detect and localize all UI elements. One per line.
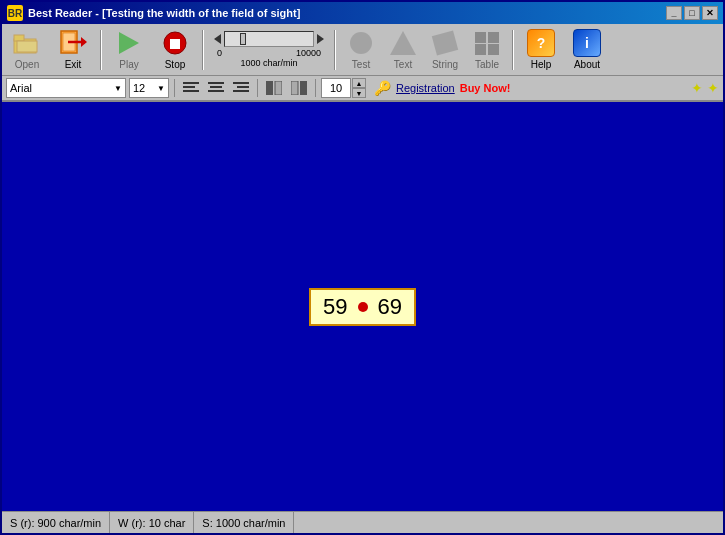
about-button[interactable]: i About: [565, 27, 609, 73]
exit-icon: [59, 29, 87, 57]
svg-rect-2: [17, 41, 37, 52]
center-dot: [358, 302, 368, 312]
about-icon: i: [573, 29, 601, 57]
test-button[interactable]: Test: [341, 27, 381, 73]
minimize-button[interactable]: _: [666, 6, 682, 20]
string-icon: [431, 29, 459, 57]
open-icon: [13, 29, 41, 57]
slider-track[interactable]: [224, 31, 314, 47]
field-of-sight-display: 59 69: [309, 288, 416, 326]
title-bar: BR Best Reader - [Testing the width of t…: [2, 2, 723, 24]
maximize-button[interactable]: □: [684, 6, 700, 20]
test-label: Test: [352, 59, 370, 70]
svg-rect-28: [291, 81, 298, 95]
help-button[interactable]: ? Help: [519, 27, 563, 73]
svg-rect-12: [432, 30, 458, 55]
table-icon: [473, 29, 501, 57]
buynow-link[interactable]: Buy Now!: [460, 82, 511, 94]
tb2-divider-1: [174, 79, 175, 97]
svg-rect-25: [233, 90, 249, 92]
svg-rect-27: [275, 81, 282, 95]
secondary-toolbar: Arial ▼ 12 ▼: [2, 76, 723, 102]
font-size-value: 12: [133, 82, 145, 94]
toolbar-divider-4: [512, 30, 514, 70]
star-icon-2: ✦: [707, 80, 719, 96]
status-speed: S (r): 900 char/min: [10, 517, 101, 529]
help-icon: ?: [527, 29, 555, 57]
slider-max-label: 10000: [296, 48, 321, 58]
font-name: Arial: [10, 82, 32, 94]
align-left-button[interactable]: [180, 78, 202, 98]
key-icon: 🔑: [374, 80, 391, 96]
open-button[interactable]: Open: [5, 27, 49, 73]
stop-label: Stop: [165, 59, 186, 70]
svg-rect-16: [488, 44, 499, 55]
font-selector[interactable]: Arial ▼: [6, 78, 126, 98]
stop-icon: [161, 29, 189, 57]
svg-rect-21: [210, 86, 222, 88]
align-left-icon: [183, 81, 199, 95]
string-button[interactable]: String: [425, 27, 465, 73]
text-button[interactable]: Text: [383, 27, 423, 73]
status-speed2: S: 1000 char/min: [202, 517, 285, 529]
play-icon: [115, 29, 143, 57]
tb2-divider-2: [257, 79, 258, 97]
size-dropdown-arrow: ▼: [157, 84, 165, 93]
align-center-button[interactable]: [205, 78, 227, 98]
col1-icon: [266, 81, 282, 95]
main-window: BR Best Reader - [Testing the width of t…: [0, 0, 725, 535]
svg-rect-18: [183, 86, 195, 88]
close-button[interactable]: ✕: [702, 6, 718, 20]
svg-point-10: [350, 32, 372, 54]
svg-rect-26: [266, 81, 273, 95]
test-icon: [347, 29, 375, 57]
slider-left-arrow[interactable]: [214, 34, 221, 44]
spacing-value[interactable]: 10: [321, 78, 351, 98]
svg-rect-9: [170, 39, 180, 49]
stop-button[interactable]: Stop: [153, 27, 197, 73]
open-label: Open: [15, 59, 39, 70]
align-right-icon: [233, 81, 249, 95]
slider-value-label: 1000 char/min: [240, 58, 297, 68]
app-icon: BR: [7, 5, 23, 21]
star-icon-1: ✦: [691, 80, 703, 96]
exit-button[interactable]: Exit: [51, 27, 95, 73]
spin-up-button[interactable]: ▲: [352, 78, 366, 88]
registration-link[interactable]: Registration: [396, 82, 455, 94]
status-section-2: W (r): 10 char: [110, 512, 194, 533]
spin-down-button[interactable]: ▼: [352, 88, 366, 98]
slider-container: [214, 31, 324, 47]
status-section-1: S (r): 900 char/min: [2, 512, 110, 533]
svg-rect-19: [183, 90, 199, 92]
col1-button[interactable]: [263, 78, 285, 98]
svg-rect-22: [208, 90, 224, 92]
col2-button[interactable]: [288, 78, 310, 98]
slider-thumb: [240, 33, 246, 45]
align-right-button[interactable]: [230, 78, 252, 98]
about-label: About: [574, 59, 600, 70]
main-toolbar: Open Exit Play: [2, 24, 723, 76]
title-buttons: _ □ ✕: [666, 6, 718, 20]
svg-rect-1: [14, 35, 24, 41]
svg-rect-23: [233, 82, 249, 84]
window-title: Best Reader - [Testing the width of the …: [28, 7, 300, 19]
toolbar2-right: ✦ ✦: [691, 80, 719, 96]
svg-rect-13: [475, 32, 486, 43]
status-bar: S (r): 900 char/min W (r): 10 char S: 10…: [2, 511, 723, 533]
svg-rect-20: [208, 82, 224, 84]
speed-slider-area: 0 10000 1000 char/min: [209, 29, 329, 70]
play-button[interactable]: Play: [107, 27, 151, 73]
play-label: Play: [119, 59, 138, 70]
svg-rect-29: [300, 81, 307, 95]
tb2-divider-3: [315, 79, 316, 97]
svg-rect-24: [237, 86, 249, 88]
spacing-spinner: 10 ▲ ▼: [321, 78, 366, 98]
font-size-selector[interactable]: 12 ▼: [129, 78, 169, 98]
svg-rect-17: [183, 82, 199, 84]
status-width: W (r): 10 char: [118, 517, 185, 529]
table-button[interactable]: Table: [467, 27, 507, 73]
svg-rect-15: [475, 44, 486, 55]
table-label: Table: [475, 59, 499, 70]
text-icon: [389, 29, 417, 57]
slider-right-arrow[interactable]: [317, 34, 324, 44]
